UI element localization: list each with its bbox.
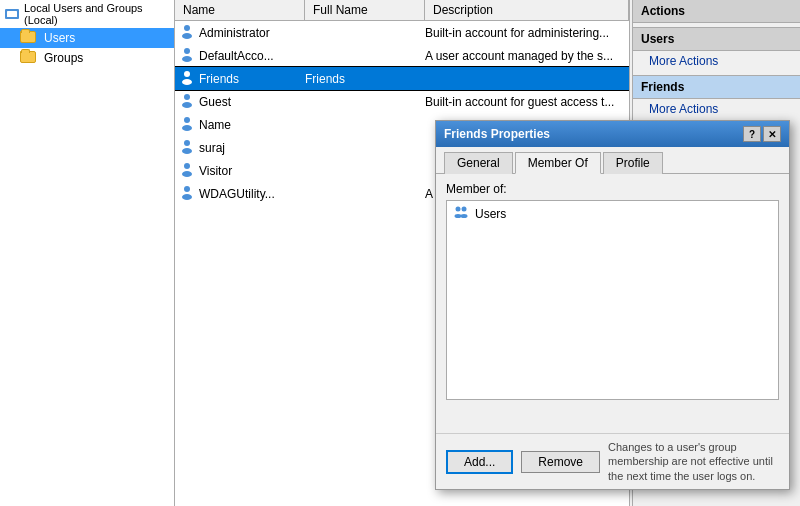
list-item[interactable]: Users bbox=[447, 201, 778, 226]
dialog-titlebar: Friends Properties ? ✕ bbox=[436, 121, 789, 147]
dialog-title: Friends Properties bbox=[444, 127, 550, 141]
add-button[interactable]: Add... bbox=[446, 450, 513, 474]
dialog-close-button[interactable]: ✕ bbox=[763, 126, 781, 142]
tab-general[interactable]: General bbox=[444, 152, 513, 174]
dialog-tabs: General Member Of Profile bbox=[436, 147, 789, 174]
member-of-label: Member of: bbox=[446, 182, 779, 196]
dialog-titlebar-controls: ? ✕ bbox=[743, 126, 781, 142]
dialog-overlay: Friends Properties ? ✕ General Member Of… bbox=[0, 0, 800, 506]
dialog-help-button[interactable]: ? bbox=[743, 126, 761, 142]
dialog-body: Member of: Users bbox=[436, 174, 789, 408]
svg-point-20 bbox=[455, 214, 462, 218]
remove-button[interactable]: Remove bbox=[521, 451, 600, 473]
svg-point-19 bbox=[462, 207, 467, 212]
member-name: Users bbox=[475, 207, 506, 221]
svg-point-21 bbox=[461, 214, 468, 218]
group-icon bbox=[453, 204, 469, 223]
footer-note: Changes to a user's group membership are… bbox=[608, 440, 779, 483]
svg-point-18 bbox=[456, 207, 461, 212]
member-list: Users bbox=[446, 200, 779, 400]
tab-member-of[interactable]: Member Of bbox=[515, 152, 601, 174]
friends-properties-dialog: Friends Properties ? ✕ General Member Of… bbox=[435, 120, 790, 490]
tab-profile[interactable]: Profile bbox=[603, 152, 663, 174]
mmc-window: Local Users and Groups (Local) Users Gro… bbox=[0, 0, 800, 506]
dialog-footer: Add... Remove Changes to a user's group … bbox=[436, 433, 789, 489]
